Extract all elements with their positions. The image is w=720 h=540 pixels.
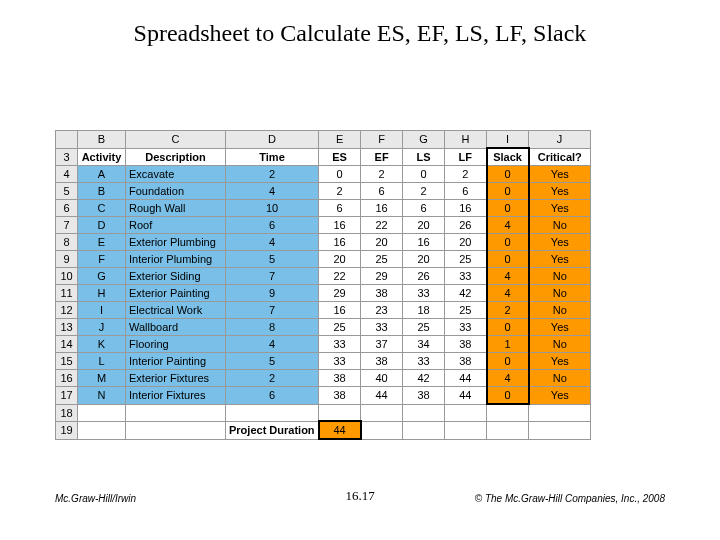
cell-description: Exterior Siding xyxy=(126,268,226,285)
col-header-B: B xyxy=(78,131,126,149)
table-row: 10GExterior Siding7222926334No xyxy=(56,268,591,285)
cell-slack: 0 xyxy=(487,251,529,268)
row-num: 12 xyxy=(56,302,78,319)
cell-critical: No xyxy=(529,285,591,302)
row-num-3: 3 xyxy=(56,148,78,166)
cell-lf: 33 xyxy=(445,268,487,285)
cell-lf: 20 xyxy=(445,234,487,251)
cell-slack: 4 xyxy=(487,217,529,234)
cell-lf: 2 xyxy=(445,166,487,183)
cell-time: 8 xyxy=(226,319,319,336)
project-duration-value: 44 xyxy=(319,421,361,439)
cell-slack: 4 xyxy=(487,285,529,302)
table-row: 15LInterior Painting5333833380Yes xyxy=(56,353,591,370)
column-header-row: B C D E F G H I J xyxy=(56,131,591,149)
cell-time: 10 xyxy=(226,200,319,217)
cell-lf: 25 xyxy=(445,302,487,319)
cell-description: Interior Fixtures xyxy=(126,387,226,405)
row-num-18: 18 xyxy=(56,404,78,421)
spreadsheet-table: B C D E F G H I J 3 Activity Description… xyxy=(55,130,591,440)
cell-time: 4 xyxy=(226,234,319,251)
cell-slack: 0 xyxy=(487,387,529,405)
cell-lf: 38 xyxy=(445,353,487,370)
col-header-C: C xyxy=(126,131,226,149)
cell-es: 2 xyxy=(319,183,361,200)
cell-slack: 1 xyxy=(487,336,529,353)
cell-description: Rough Wall xyxy=(126,200,226,217)
cell-es: 33 xyxy=(319,336,361,353)
hdr-ef: EF xyxy=(361,148,403,166)
row-num: 16 xyxy=(56,370,78,387)
cell-critical: Yes xyxy=(529,234,591,251)
cell-es: 16 xyxy=(319,302,361,319)
cell-time: 7 xyxy=(226,302,319,319)
cell-lf: 44 xyxy=(445,387,487,405)
cell-lf: 42 xyxy=(445,285,487,302)
cell-ef: 20 xyxy=(361,234,403,251)
cell-critical: Yes xyxy=(529,251,591,268)
hdr-es: ES xyxy=(319,148,361,166)
cell-critical: No xyxy=(529,217,591,234)
row-num: 8 xyxy=(56,234,78,251)
cell-lf: 16 xyxy=(445,200,487,217)
empty-row-18: 18 xyxy=(56,404,591,421)
cell-time: 6 xyxy=(226,387,319,405)
row-num: 13 xyxy=(56,319,78,336)
cell-description: Foundation xyxy=(126,183,226,200)
row-num: 7 xyxy=(56,217,78,234)
cell-critical: Yes xyxy=(529,200,591,217)
cell-es: 16 xyxy=(319,234,361,251)
table-row: 16MExterior Fixtures2384042444No xyxy=(56,370,591,387)
cell-ef: 40 xyxy=(361,370,403,387)
cell-es: 22 xyxy=(319,268,361,285)
cell-ls: 25 xyxy=(403,319,445,336)
cell-ls: 6 xyxy=(403,200,445,217)
cell-es: 38 xyxy=(319,387,361,405)
cell-lf: 26 xyxy=(445,217,487,234)
hdr-activity: Activity xyxy=(78,148,126,166)
table-row: 11HExterior Painting9293833424No xyxy=(56,285,591,302)
cell-es: 33 xyxy=(319,353,361,370)
cell-slack: 4 xyxy=(487,370,529,387)
cell-es: 29 xyxy=(319,285,361,302)
hdr-ls: LS xyxy=(403,148,445,166)
row-num: 5 xyxy=(56,183,78,200)
hdr-slack: Slack xyxy=(487,148,529,166)
cell-lf: 33 xyxy=(445,319,487,336)
row-num: 11 xyxy=(56,285,78,302)
cell-activity: H xyxy=(78,285,126,302)
row-num: 4 xyxy=(56,166,78,183)
cell-activity: A xyxy=(78,166,126,183)
cell-activity: K xyxy=(78,336,126,353)
col-header-I: I xyxy=(487,131,529,149)
table-row: 13JWallboard8253325330Yes xyxy=(56,319,591,336)
cell-critical: No xyxy=(529,268,591,285)
cell-time: 6 xyxy=(226,217,319,234)
cell-description: Interior Painting xyxy=(126,353,226,370)
cell-ef: 22 xyxy=(361,217,403,234)
cell-ls: 26 xyxy=(403,268,445,285)
cell-ef: 33 xyxy=(361,319,403,336)
cell-ls: 2 xyxy=(403,183,445,200)
cell-slack: 0 xyxy=(487,183,529,200)
cell-slack: 4 xyxy=(487,268,529,285)
cell-ef: 6 xyxy=(361,183,403,200)
cell-critical: Yes xyxy=(529,319,591,336)
cell-description: Exterior Painting xyxy=(126,285,226,302)
cell-ls: 33 xyxy=(403,285,445,302)
cell-activity: I xyxy=(78,302,126,319)
cell-es: 38 xyxy=(319,370,361,387)
hdr-critical: Critical? xyxy=(529,148,591,166)
cell-description: Wallboard xyxy=(126,319,226,336)
hdr-description: Description xyxy=(126,148,226,166)
cell-ef: 44 xyxy=(361,387,403,405)
cell-time: 2 xyxy=(226,370,319,387)
cell-time: 4 xyxy=(226,336,319,353)
cell-slack: 0 xyxy=(487,234,529,251)
cell-ef: 38 xyxy=(361,285,403,302)
cell-time: 5 xyxy=(226,251,319,268)
row-num: 6 xyxy=(56,200,78,217)
cell-ls: 0 xyxy=(403,166,445,183)
cell-es: 16 xyxy=(319,217,361,234)
cell-ef: 2 xyxy=(361,166,403,183)
